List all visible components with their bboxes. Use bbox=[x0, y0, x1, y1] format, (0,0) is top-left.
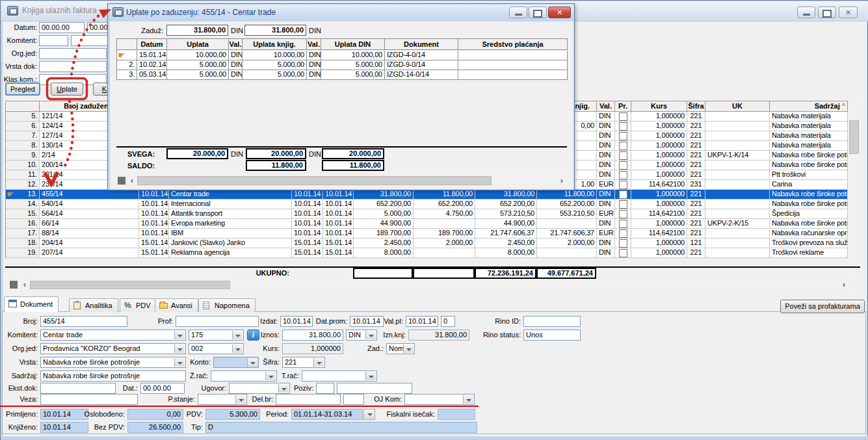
pr-checkbox[interactable] bbox=[619, 142, 627, 150]
pr-checkbox[interactable] bbox=[619, 181, 627, 189]
table-cell-num[interactable]: 16. bbox=[6, 219, 40, 229]
horizontal-scrollbar-thumb[interactable] bbox=[30, 281, 230, 289]
dialog-table-cell-uplata[interactable]: 10.000,00 bbox=[167, 51, 229, 60]
table-cell-sad[interactable]: Nabavka robe široke potrošnje bbox=[770, 219, 848, 229]
table-cell-kurs[interactable]: 1,000000 bbox=[631, 151, 687, 161]
table-cell-num[interactable]: 19. bbox=[6, 248, 40, 258]
pr-checkbox[interactable] bbox=[619, 210, 627, 218]
table-cell-sad[interactable]: Špedicija bbox=[770, 209, 848, 219]
dialog-scroll-left-icon[interactable] bbox=[128, 176, 136, 185]
table-cell-kom[interactable]: Evropa marketing bbox=[169, 219, 292, 229]
ojkom-field[interactable] bbox=[404, 394, 475, 405]
dialog-table-cell-uplata[interactable]: 5.000,00 bbox=[167, 70, 229, 80]
table-cell-d2[interactable]: 10.01.14 bbox=[292, 190, 323, 200]
table-cell-uk[interactable] bbox=[705, 161, 770, 170]
table-cell-uk[interactable] bbox=[705, 122, 770, 131]
table-cell-sifra[interactable]: 221 bbox=[687, 131, 705, 141]
table-cell-d2[interactable]: 15.01.14 bbox=[292, 248, 323, 258]
table-cell-uk[interactable] bbox=[705, 190, 770, 200]
table-cell-sifra[interactable]: 221 bbox=[687, 122, 705, 131]
table-cell-sifra[interactable]: 221 bbox=[687, 219, 705, 229]
table-cell-val[interactable]: DIN bbox=[597, 239, 615, 248]
tab-pdv[interactable]: PDV bbox=[120, 298, 157, 312]
table-cell-n4[interactable]: 652.200,00 bbox=[537, 200, 597, 209]
table-cell-kurs[interactable]: 1,000000 bbox=[631, 219, 687, 229]
restore-button[interactable] bbox=[818, 6, 836, 18]
table-cell-kom[interactable]: Internacional bbox=[169, 200, 292, 209]
table-cell-n1[interactable]: 8.000,00 bbox=[354, 248, 414, 258]
table-cell-n4[interactable] bbox=[537, 219, 597, 229]
table-cell-sad[interactable]: Nabavka robe široke potrošnje bbox=[770, 200, 848, 209]
table-cell-kom[interactable]: Reklamna agencija bbox=[169, 248, 292, 258]
table-cell-kom[interactable]: Centar trade bbox=[169, 190, 292, 200]
table-cell-d1[interactable]: 15.01.14 bbox=[139, 239, 169, 248]
table-cell-sad[interactable]: Carina bbox=[770, 180, 848, 190]
trac-field[interactable] bbox=[302, 370, 377, 382]
sifra-field[interactable]: 221 bbox=[282, 357, 325, 368]
column-header-kurs[interactable]: Kurs bbox=[631, 101, 687, 112]
table-cell-sad[interactable]: Troškovi prevoza na službenom putu bbox=[770, 239, 848, 248]
dialog-table-cell-num[interactable]: ☛ bbox=[117, 51, 137, 60]
table-cell-sad[interactable]: Nabavka materijala bbox=[770, 112, 848, 122]
dialog-table-cell-dok[interactable]: IZGD-4-0/14 bbox=[385, 51, 458, 60]
table-cell-broj[interactable]: 204/14 bbox=[40, 239, 139, 248]
table-cell-val[interactable]: DIN bbox=[597, 122, 615, 131]
dialog-table-cell-sred[interactable] bbox=[458, 60, 568, 70]
dialog-column-header-num[interactable] bbox=[117, 38, 137, 50]
table-cell-n1[interactable]: 31.800,00 bbox=[354, 190, 414, 200]
table-cell-n2[interactable]: 4.750,00 bbox=[414, 209, 475, 219]
table-cell-kurs[interactable]: 114,642100 bbox=[631, 180, 687, 190]
table-cell-kurs[interactable]: 1,000000 bbox=[631, 190, 687, 200]
table-cell-num[interactable]: 6. bbox=[6, 122, 40, 131]
table-cell-pr[interactable] bbox=[615, 161, 631, 170]
table-cell-kom[interactable]: IBM bbox=[169, 229, 292, 239]
dialog-minimize-button[interactable] bbox=[509, 6, 527, 18]
vertical-scrollbar[interactable] bbox=[848, 101, 860, 280]
table-cell-num[interactable]: 15. bbox=[6, 209, 40, 219]
table-cell-sad[interactable]: Ptt troškovi bbox=[770, 170, 848, 180]
table-cell-val[interactable]: DIN bbox=[597, 219, 615, 229]
tab-dokument[interactable]: Dokument bbox=[4, 296, 59, 312]
table-cell-n1[interactable]: 2.450,00 bbox=[354, 239, 414, 248]
veza-field[interactable] bbox=[40, 394, 138, 405]
dropdown-arrow-icon[interactable] bbox=[463, 395, 473, 404]
table-cell-d3[interactable]: 10.01.14 bbox=[323, 229, 354, 239]
table-cell-n4[interactable]: 553.210,50 bbox=[537, 209, 597, 219]
table-cell-n4[interactable] bbox=[537, 248, 597, 258]
table-cell-pr[interactable] bbox=[615, 112, 631, 122]
table-cell-d1[interactable]: 10.01.14 bbox=[139, 200, 169, 209]
pr-checkbox[interactable] bbox=[619, 220, 627, 228]
table-cell-n3[interactable]: 2.450,00 bbox=[475, 239, 537, 248]
table-cell-d1[interactable]: 15.01.14 bbox=[139, 248, 169, 258]
table-cell-kurs[interactable]: 1,000000 bbox=[631, 122, 687, 131]
table-cell-uk[interactable] bbox=[705, 239, 770, 248]
dropdown-arrow-icon[interactable] bbox=[363, 409, 375, 420]
table-cell-n3[interactable]: 8.000,00 bbox=[475, 248, 537, 258]
table-cell-kurs[interactable]: 1,000000 bbox=[631, 200, 687, 209]
dialog-column-header-val2[interactable]: Val. bbox=[307, 38, 321, 50]
table-cell-sad[interactable]: Nabavka robe široke potrošnje bbox=[770, 190, 848, 200]
table-cell-n2[interactable] bbox=[414, 248, 475, 258]
table-cell-broj[interactable]: 540/14 bbox=[40, 200, 139, 209]
table-cell-kom[interactable]: Atlantik transport bbox=[169, 209, 292, 219]
pr-checkbox[interactable] bbox=[619, 239, 627, 248]
tab-napomena[interactable]: Napomena bbox=[198, 298, 256, 312]
table-cell-uk[interactable]: UKPV-2-K/15 bbox=[705, 219, 770, 229]
dialog-table-cell-datum[interactable]: 10.02.14 bbox=[137, 60, 167, 70]
table-cell-sifra[interactable]: 221 bbox=[687, 190, 705, 200]
dropdown-arrow-icon[interactable] bbox=[174, 331, 185, 339]
pregled-button[interactable]: Pregled bbox=[5, 83, 40, 96]
table-cell-kurs[interactable]: 1,000000 bbox=[631, 170, 687, 180]
table-cell-val[interactable]: EUR bbox=[597, 180, 615, 190]
table-cell-sifra[interactable]: 221 bbox=[687, 170, 705, 180]
pr-checkbox[interactable] bbox=[619, 112, 627, 121]
dialog-table-cell-num[interactable]: 3. bbox=[117, 70, 137, 80]
pr-checkbox[interactable] bbox=[619, 190, 627, 199]
table-cell-broj[interactable]: 455/14 bbox=[40, 190, 139, 200]
table-cell-n2[interactable]: 189.700,00 bbox=[414, 229, 475, 239]
table-cell-n3[interactable]: 31.800,00 bbox=[475, 190, 537, 200]
table-cell-d3[interactable]: 10.01.14 bbox=[323, 200, 354, 209]
table-cell-pr[interactable] bbox=[615, 141, 631, 151]
rinostatus-field[interactable]: Unos bbox=[523, 330, 581, 341]
minimize-button[interactable] bbox=[797, 6, 815, 18]
